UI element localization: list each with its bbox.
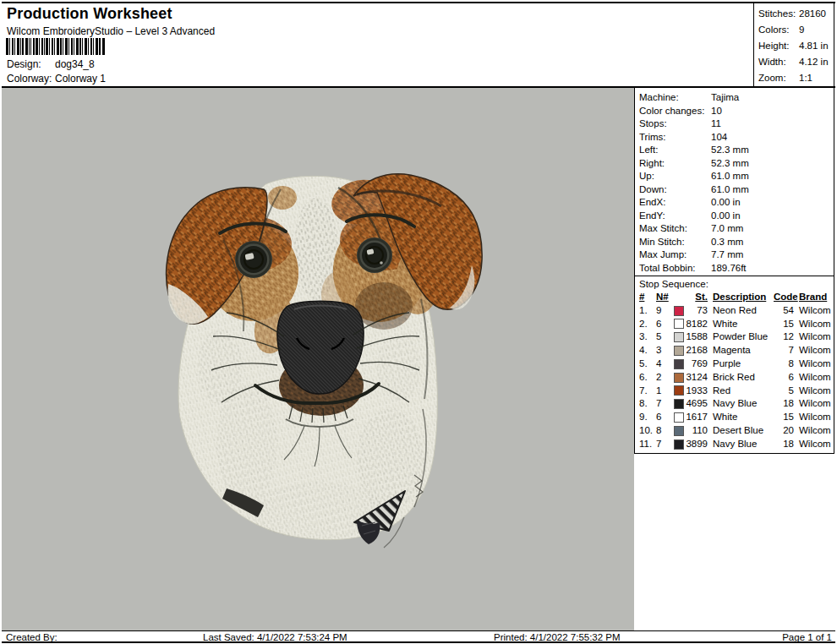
thread-color-swatch <box>674 373 684 383</box>
summary-row: Height:4.81 in <box>758 38 834 54</box>
stitch-count: 1588 <box>686 330 708 344</box>
row-num: 11. <box>635 438 656 451</box>
machine-info-row: Left:52.3 mm <box>639 144 834 157</box>
machine-info-row: Stops:11 <box>639 117 834 131</box>
machine-info-row: EndY:0.00 in <box>639 210 834 223</box>
thread-brand: Wilcom <box>794 318 834 331</box>
info-label: Min Stitch: <box>639 236 711 249</box>
info-label: EndX: <box>639 196 711 210</box>
jack-russell-dog-embroidery-preview <box>2 88 634 630</box>
info-value: 104 <box>711 131 727 145</box>
machine-info-row: Right:52.3 mm <box>639 157 834 171</box>
colorway-label: Colorway: <box>7 73 55 85</box>
thread-description: Purple <box>708 357 774 371</box>
info-value: 10 <box>711 105 722 118</box>
info-label: Machine: <box>639 91 711 105</box>
row-num: 7. <box>635 385 656 398</box>
top-border-line <box>2 2 835 3</box>
stitch-count: 110 <box>686 424 708 438</box>
thread-brand: Wilcom <box>794 304 834 318</box>
stop-sequence-row: 5.4769Purple8Wilcom <box>635 357 834 371</box>
needle-num: 9 <box>656 304 671 318</box>
stop-sequence-title: Stop Sequence: <box>634 276 834 291</box>
stop-sequence-row: 9.61617White15Wilcom <box>635 411 834 424</box>
colorway-row: Colorway: Colorway 1 <box>7 73 106 85</box>
info-label: Max Stitch: <box>639 222 711 236</box>
design-summary-box: Stitches:28160 Colors:9 Height:4.81 in W… <box>753 3 834 86</box>
info-label: Trims: <box>639 131 711 145</box>
stop-sequence-row: 3.51588Powder Blue12Wilcom <box>635 330 834 344</box>
stitch-count: 8182 <box>686 318 708 331</box>
summary-label: Colors: <box>758 22 799 38</box>
stop-sequence-row: 7.11933Red5Wilcom <box>635 385 834 398</box>
summary-value: 4.12 in <box>799 54 829 70</box>
stop-sequence-header-row: # N# St. Description Code Brand <box>635 291 834 304</box>
thread-description: White <box>708 411 774 424</box>
needle-num: 7 <box>656 397 671 411</box>
thread-brand: Wilcom <box>794 424 834 438</box>
thread-code: 6 <box>774 371 794 385</box>
production-worksheet-page: Production Worksheet Wilcom EmbroiderySt… <box>0 0 837 644</box>
stitch-count: 3899 <box>686 438 708 451</box>
thread-brand: Wilcom <box>794 371 834 385</box>
thread-code: 18 <box>774 438 794 451</box>
stitch-count: 1617 <box>686 411 708 424</box>
stop-sequence-row: 11.73899Navy Blue18Wilcom <box>635 438 834 451</box>
thread-code: 15 <box>774 318 794 331</box>
stitch-count: 73 <box>686 304 708 318</box>
col-header-needle: N# <box>656 291 671 304</box>
thread-code: 54 <box>774 304 794 318</box>
machine-info-row: Total Bobbin:189.76ft <box>639 262 834 276</box>
col-header-num: # <box>635 291 656 304</box>
info-label: Max Jump: <box>639 248 711 262</box>
thread-brand: Wilcom <box>794 397 834 411</box>
summary-row: Colors:9 <box>758 22 834 38</box>
stop-sequence-row: 2.68182White15Wilcom <box>635 318 834 331</box>
row-num: 10. <box>635 424 656 438</box>
stitch-count: 1933 <box>686 385 708 398</box>
summary-label: Stitches: <box>758 6 799 22</box>
thread-color-swatch <box>674 426 684 436</box>
row-num: 8. <box>635 397 656 411</box>
thread-color-swatch <box>674 346 684 356</box>
summary-row: Width:4.12 in <box>758 54 834 70</box>
summary-label: Width: <box>758 54 799 70</box>
thread-color-swatch <box>674 439 684 450</box>
info-label: EndY: <box>639 210 711 223</box>
thread-brand: Wilcom <box>794 344 834 357</box>
stop-sequence-row: 4.32168Magenta7Wilcom <box>635 344 834 357</box>
machine-info-row: Max Jump:7.7 mm <box>639 248 834 262</box>
summary-label: Height: <box>758 38 799 54</box>
col-header-stitches: St. <box>686 291 708 304</box>
info-value: 61.0 mm <box>711 183 749 197</box>
thread-code: 5 <box>774 385 794 398</box>
thread-color-swatch <box>674 332 684 342</box>
info-label: Right: <box>639 157 711 171</box>
thread-brand: Wilcom <box>794 330 834 344</box>
info-label: Up: <box>639 170 711 183</box>
col-header-brand: Brand <box>794 291 834 304</box>
needle-num: 1 <box>656 385 671 398</box>
summary-row: Zoom:1:1 <box>758 70 834 86</box>
thread-description: Desert Blue <box>708 424 774 438</box>
design-value: dog34_8 <box>55 58 95 70</box>
machine-info-row: Color changes:10 <box>639 105 834 118</box>
info-value: 0.3 mm <box>711 236 743 249</box>
row-num: 2. <box>635 318 656 331</box>
info-value: 52.3 mm <box>711 144 749 157</box>
row-num: 4. <box>635 344 656 357</box>
design-name-row: Design: dog34_8 <box>7 58 95 70</box>
thread-brand: Wilcom <box>794 411 834 424</box>
stop-sequence-row: 1.973Neon Red54Wilcom <box>635 304 834 318</box>
info-value: 61.0 mm <box>711 170 749 183</box>
summary-value: 1:1 <box>799 70 812 86</box>
left-eye <box>235 241 272 278</box>
thread-brand: Wilcom <box>794 385 834 398</box>
row-num: 6. <box>635 371 656 385</box>
thread-code: 20 <box>774 424 794 438</box>
thread-description: Neon Red <box>708 304 774 318</box>
thread-description: White <box>708 318 774 331</box>
thread-description: Navy Blue <box>708 438 774 451</box>
row-num: 9. <box>635 411 656 424</box>
thread-description: Brick Red <box>708 371 774 385</box>
